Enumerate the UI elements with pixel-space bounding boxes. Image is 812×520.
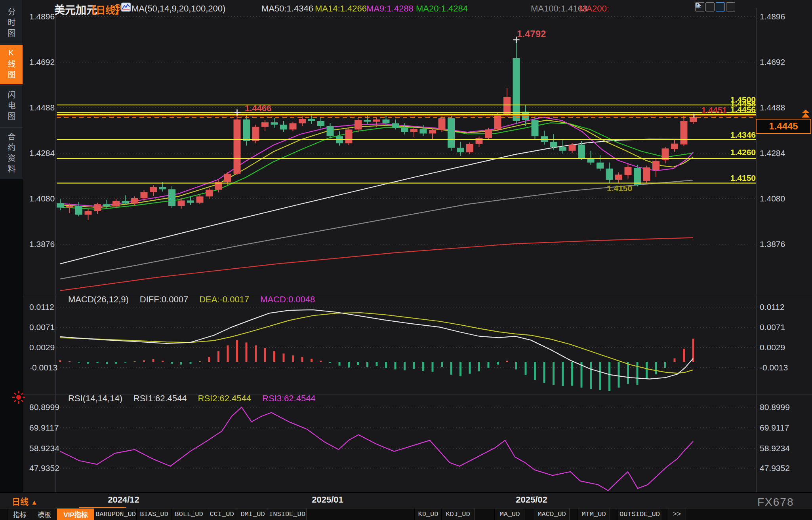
candle-23 bbox=[261, 122, 269, 127]
candle-60 bbox=[606, 169, 613, 180]
axis-scale-active-icon[interactable] bbox=[716, 2, 725, 11]
popout-panel-icon[interactable] bbox=[726, 2, 735, 11]
add-compare-icon[interactable] bbox=[114, 4, 122, 11]
candle-1 bbox=[57, 203, 64, 207]
candle-42 bbox=[438, 118, 446, 130]
candle-16 bbox=[196, 196, 204, 203]
price-axis-tick: 1.4488 bbox=[29, 103, 54, 112]
sidebar-item-2[interactable]: K线图 bbox=[0, 45, 23, 84]
candle-10 bbox=[141, 192, 148, 198]
candle-36 bbox=[383, 120, 390, 123]
candle-28 bbox=[308, 119, 315, 121]
rsi-value-1: RSI1:62.4544 bbox=[133, 393, 187, 404]
candle-26 bbox=[290, 123, 297, 129]
sidebar-item-1[interactable]: 分时图 bbox=[0, 3, 23, 44]
indicator-tab-指标[interactable]: 指标 bbox=[7, 509, 32, 520]
price-axis-tick: 1.4896 bbox=[29, 12, 54, 21]
candle-54 bbox=[550, 142, 557, 147]
candle-41 bbox=[429, 130, 436, 133]
candle-13 bbox=[168, 189, 175, 206]
macd-axis-tick: 0.0071 bbox=[29, 323, 54, 332]
indicator-tab-DMI_UD[interactable]: DMI_UD bbox=[237, 509, 269, 520]
indicator-tab-MA_UD[interactable]: MA_UD bbox=[494, 509, 525, 520]
ma-value-3: MA9:1.4288 bbox=[366, 4, 414, 14]
indicator-tab-模板[interactable]: 模板 bbox=[32, 509, 57, 520]
candle-33 bbox=[355, 120, 362, 130]
candle-7 bbox=[112, 201, 120, 207]
candle-63 bbox=[634, 168, 641, 185]
popout-panel-icon bbox=[695, 2, 701, 8]
hot-news-icon[interactable] bbox=[11, 390, 26, 404]
indicator-tab-BIAS_UD[interactable]: BIAS_UD bbox=[136, 509, 172, 520]
ma-value-1: MA50:1.4346 bbox=[261, 4, 313, 14]
candle-9 bbox=[131, 198, 138, 204]
candle-8 bbox=[122, 201, 129, 204]
indicator-tab-BARUPDN_UD[interactable]: BARUPDN_UD bbox=[94, 509, 137, 520]
date-axis-row: 日线▲ FX678 2024/122025/012025/02 bbox=[0, 492, 812, 509]
ma-formula-label: MA(50,14,9,20,100,200) bbox=[132, 4, 225, 14]
indicator-tab-MTM_UD[interactable]: MTM_UD bbox=[578, 509, 610, 520]
sidebar-item-4[interactable]: 合约资料 bbox=[0, 129, 23, 179]
indicator-tab-BOLL_UD[interactable]: BOLL_UD bbox=[171, 509, 207, 520]
macd-axis-tick: -0.0013 bbox=[760, 363, 788, 372]
candle-56 bbox=[569, 145, 576, 151]
indicator-tab-MACD_UD[interactable]: MACD_UD bbox=[534, 509, 570, 520]
indicator-tab-KD_UD[interactable]: KD_UD bbox=[414, 509, 442, 520]
chart-canvas[interactable] bbox=[0, 0, 812, 492]
price-axis-tick: 1.4488 bbox=[760, 103, 785, 112]
rsi-axis-tick: 58.9234 bbox=[29, 444, 54, 453]
candle-5 bbox=[94, 204, 101, 211]
mini-chart-icon[interactable] bbox=[121, 2, 131, 12]
triangle-up-icon: ▲ bbox=[31, 499, 38, 507]
candle-25 bbox=[280, 125, 287, 129]
indicator-tab-CCI_UD[interactable]: CCI_UD bbox=[206, 509, 238, 520]
ma-value-2: MA14:1.4266 bbox=[315, 4, 367, 14]
axis-scale-icon[interactable] bbox=[705, 2, 715, 11]
level-label-1.4456: 1.4456 bbox=[730, 105, 756, 114]
sidebar-divider bbox=[0, 44, 23, 44]
spike-high-annotation: 1.4792 bbox=[517, 28, 546, 40]
candle-38 bbox=[401, 128, 408, 132]
price-axis-tick: 1.4284 bbox=[29, 148, 54, 158]
price-axis-tick: 1.3876 bbox=[760, 239, 785, 249]
candle-47 bbox=[485, 129, 492, 138]
rsi-formula-label: RSI(14,14,14) bbox=[68, 393, 122, 404]
rsi-axis-tick: 80.8999 bbox=[760, 402, 790, 412]
candle-32 bbox=[345, 129, 353, 143]
macd-value-2: DEA:-0.0017 bbox=[199, 294, 249, 305]
sidebar-item-3[interactable]: 闪电图 bbox=[0, 87, 23, 126]
candle-30 bbox=[327, 126, 334, 136]
candle-64 bbox=[643, 167, 650, 181]
candle-11 bbox=[150, 187, 157, 192]
candle-6 bbox=[103, 204, 111, 207]
macd-axis-tick: 0.0029 bbox=[760, 343, 785, 352]
price-arrow-up-icon bbox=[801, 110, 810, 118]
rsi-value-2: RSI2:62.4544 bbox=[198, 393, 252, 404]
indicator-tab-INSIDE_UD[interactable]: INSIDE_UD bbox=[268, 509, 307, 520]
period-selector[interactable]: 日线▲ bbox=[12, 495, 38, 507]
candle-31 bbox=[336, 136, 343, 143]
candle-3 bbox=[75, 206, 82, 215]
macd-formula-label: MACD(26,12,9) bbox=[68, 294, 129, 305]
indicator-tab-VIP指标[interactable]: VIP指标 bbox=[56, 509, 95, 520]
indicator-tab-KDJ_UD[interactable]: KDJ_UD bbox=[441, 509, 475, 520]
more-tabs-button[interactable]: >> bbox=[668, 509, 686, 520]
rsi-axis-tick: 47.9352 bbox=[760, 463, 790, 473]
chart-application: 分时图K线图闪电图合约资料 美元加元 【日线】 MA(50,14,9,20,10… bbox=[0, 0, 812, 520]
candle-50 bbox=[513, 58, 520, 121]
candle-43 bbox=[448, 118, 455, 148]
candle-20 bbox=[234, 120, 241, 174]
candle-48 bbox=[494, 114, 501, 129]
rsi-axis-tick: 69.9117 bbox=[29, 423, 54, 433]
candle-52 bbox=[532, 120, 539, 137]
candle-69 bbox=[690, 117, 697, 122]
candle-49 bbox=[503, 97, 511, 114]
indicator-tab-OUTSIDE_UD[interactable]: OUTSIDE_UD bbox=[617, 509, 662, 520]
level-label-1.4260: 1.4260 bbox=[730, 148, 756, 157]
candle-68 bbox=[680, 121, 688, 144]
macd-value-3: MACD:0.0048 bbox=[260, 294, 315, 305]
left-sidebar: 分时图K线图闪电图合约资料 bbox=[0, 0, 23, 492]
candle-59 bbox=[597, 163, 604, 169]
candle-44 bbox=[457, 148, 464, 152]
low-line-annotation: 1.4150 bbox=[607, 184, 632, 193]
